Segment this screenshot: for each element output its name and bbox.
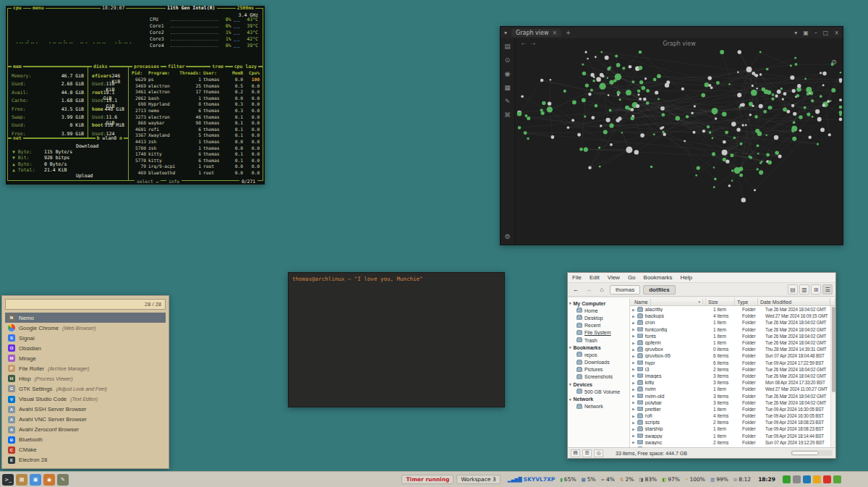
- command-palette-icon[interactable]: ⌘: [504, 111, 511, 119]
- processes-box-label[interactable]: processes: [132, 64, 161, 69]
- settings-icon[interactable]: ⚙: [504, 233, 510, 240]
- tab-graph-view[interactable]: Graph view ×: [511, 29, 561, 37]
- files-icon[interactable]: ▤: [504, 43, 511, 50]
- launcher-item[interactable]: C CMake: [5, 445, 166, 455]
- row-expander-icon[interactable]: ▶: [632, 420, 635, 425]
- menu-item[interactable]: Help: [681, 274, 692, 281]
- file-row[interactable]: ▶ hypr 6 items Folder Tue 09 Apr 2024 17…: [630, 360, 835, 366]
- hscrollbar-thumb[interactable]: [791, 451, 819, 455]
- sidebar-entry[interactable]: ▾ Bookmarks: [568, 344, 629, 351]
- process-row[interactable]: 3273 electron 46 thomas 0.1 0.0: [129, 114, 263, 121]
- forward-button[interactable]: →: [584, 284, 594, 295]
- launcher-item[interactable]: S Signal: [5, 333, 166, 343]
- file-row[interactable]: ▶ kitty 3 items Folder Mon 08 Apr 2024 1…: [630, 379, 835, 386]
- column-name[interactable]: Name▾: [630, 298, 706, 305]
- network-box-label[interactable]: net: [12, 136, 23, 141]
- row-expander-icon[interactable]: ▶: [632, 387, 635, 391]
- network-interface-switcher[interactable]: b wlan0 n: [95, 136, 124, 141]
- maximize-icon[interactable]: □: [823, 30, 829, 36]
- home-button[interactable]: ⌂: [597, 284, 607, 295]
- launcher-icon[interactable]: ◉: [43, 474, 55, 486]
- status-indicator[interactable]: ▥ 99%: [710, 476, 728, 483]
- row-expander-icon[interactable]: ▶: [632, 347, 635, 352]
- launcher-item[interactable]: M Mirage: [5, 353, 166, 363]
- column-type[interactable]: Type: [735, 298, 758, 305]
- launcher-item[interactable]: H Htop (Process Viewer): [5, 373, 166, 384]
- file-row[interactable]: ▶ cron 1 item Folder Tue 26 Mar 2024 18:…: [630, 319, 835, 326]
- status-indicator[interactable]: ≈ 4%: [601, 476, 615, 483]
- launcher-item[interactable]: F File Roller (Archive Manager): [5, 363, 166, 373]
- expander-icon[interactable]: ▾: [569, 382, 571, 386]
- process-row[interactable]: 4601 rofi 6 thomas 0.1 0.0: [129, 127, 263, 133]
- new-tab-button[interactable]: +: [566, 30, 571, 36]
- launcher-icon[interactable]: >_: [2, 474, 14, 486]
- list-view-button[interactable]: ☰: [822, 284, 833, 295]
- row-expander-icon[interactable]: ▶: [632, 308, 635, 312]
- side-pane-places-button[interactable]: ▤: [571, 449, 580, 457]
- process-row[interactable]: 79 irq/9-acpi 1 root 0.0 0.0: [129, 164, 263, 170]
- sidebar-entry[interactable]: ▾ Devices: [568, 381, 629, 388]
- row-expander-icon[interactable]: ▶: [632, 414, 635, 418]
- process-row[interactable]: 5770 kitty 6 thomas 0.1 0.0: [129, 158, 263, 164]
- status-indicator[interactable]: ⊙ 8:12: [733, 476, 751, 483]
- menu-item[interactable]: File: [572, 274, 582, 281]
- breadcrumb-home[interactable]: thomas: [610, 285, 640, 295]
- sidebar-entry[interactable]: ▾ Screenshots: [568, 373, 629, 381]
- tray-icon[interactable]: [813, 475, 821, 483]
- process-row[interactable]: 3461 electron 17 thomas 0.2 0.0: [129, 89, 263, 96]
- launcher-icon[interactable]: ✎: [57, 474, 69, 486]
- row-expander-icon[interactable]: ▶: [632, 427, 635, 431]
- status-indicator[interactable]: ◧ 97%: [662, 476, 680, 483]
- tray-icon[interactable]: [833, 475, 841, 483]
- tray-icon[interactable]: [793, 475, 801, 483]
- file-row[interactable]: ▶ swappy 1 item Folder Tue 09 Apr 2024 1…: [630, 433, 835, 439]
- search-input[interactable]: 28 / 28: [5, 299, 166, 310]
- launcher-item[interactable]: A Avahi VNC Server Browser: [5, 415, 166, 425]
- clock[interactable]: 18:29: [758, 476, 775, 483]
- row-expander-icon[interactable]: ▶: [632, 367, 635, 371]
- process-row[interactable]: 2062 bash 1 thomas 0.0 0.0: [129, 96, 263, 102]
- process-row[interactable]: 2713 nemo 6 thomas 0.3 0.0: [129, 108, 263, 114]
- row-expander-icon[interactable]: ▶: [632, 373, 635, 378]
- col-threads[interactable]: Threads:: [179, 70, 201, 75]
- sidebar-entry[interactable]: ▾ Downloads: [568, 359, 629, 366]
- sidebar-entry[interactable]: ▾ My Computer: [568, 300, 629, 307]
- minimize-icon[interactable]: –: [814, 30, 817, 36]
- row-expander-icon[interactable]: ▶: [632, 334, 635, 338]
- info-hint[interactable]: info: [166, 179, 182, 184]
- row-expander-icon[interactable]: ▶: [632, 321, 635, 325]
- status-indicator[interactable]: ◨ 83%: [639, 476, 657, 483]
- horizontal-scrollbar[interactable]: [791, 450, 833, 456]
- file-row[interactable]: ▶ rofi 4 items Folder Tue 09 Apr 2024 16…: [630, 412, 835, 419]
- cpu-box-label[interactable]: cpu: [12, 6, 23, 11]
- status-indicator[interactable]: ⇅ 2%: [620, 476, 634, 483]
- sidebar-entry[interactable]: ▾ 500 GB Volume: [568, 388, 629, 395]
- menu-button[interactable]: menu: [31, 6, 46, 11]
- expander-icon[interactable]: ▾: [569, 397, 571, 402]
- tray-icon[interactable]: [803, 475, 811, 483]
- row-expander-icon[interactable]: ▶: [632, 360, 635, 365]
- sidebar-entry[interactable]: ▾ Network: [568, 403, 629, 410]
- launcher-item[interactable]: O Obsidian: [5, 343, 166, 353]
- process-row[interactable]: 3367 Xwayland 5 thomas 0.1 0.0: [129, 132, 263, 139]
- menu-item[interactable]: Edit: [590, 274, 600, 281]
- row-expander-icon[interactable]: ▶: [632, 400, 635, 405]
- disks-box-label[interactable]: disks: [92, 64, 109, 69]
- tree-toggle[interactable]: tree: [210, 64, 225, 69]
- launcher-item[interactable]: A Avahi SSH Server Browser: [5, 405, 166, 415]
- process-row[interactable]: 4413 zsh 1 thomas 0.0 0.0: [129, 139, 263, 145]
- menu-item[interactable]: Go: [628, 274, 636, 281]
- row-expander-icon[interactable]: ▶: [632, 327, 635, 331]
- file-row[interactable]: ▶ swaync 2 items Folder Sun 07 Apr 2024 …: [630, 439, 835, 446]
- sidebar-entry[interactable]: ▾ File System: [568, 329, 629, 336]
- timer-indicator[interactable]: Timer running: [401, 475, 454, 484]
- file-row[interactable]: ▶ images 3 items Folder Tue 26 Mar 2024 …: [630, 373, 835, 379]
- row-expander-icon[interactable]: ▶: [632, 394, 635, 398]
- file-row[interactable]: ▶ backups 4 items Folder Wed 27 Mar 2024…: [630, 313, 835, 319]
- vertical-scrollbar[interactable]: [830, 306, 835, 447]
- sidebar-entry[interactable]: ▾ Desktop: [568, 314, 629, 321]
- row-expander-icon[interactable]: ▶: [632, 314, 635, 318]
- col-mem[interactable]: MemB: [229, 70, 243, 75]
- launcher-icon[interactable]: ▤: [16, 474, 27, 486]
- process-row[interactable]: 698 Hyprland 8 thomas 0.3 0.0: [129, 101, 263, 108]
